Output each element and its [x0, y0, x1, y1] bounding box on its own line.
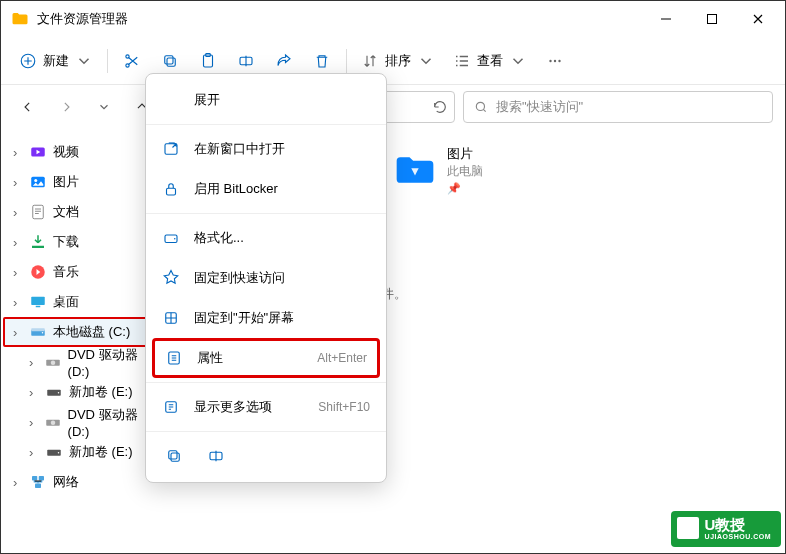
svg-rect-16: [33, 205, 44, 219]
chevron-down-icon: [97, 100, 111, 114]
chevron-right-icon: ›: [13, 175, 23, 190]
tree-item-label: 图片: [53, 173, 79, 191]
chevron-right-icon: ›: [13, 475, 23, 490]
more-button[interactable]: [537, 44, 573, 78]
svg-rect-22: [31, 328, 45, 331]
menu-bitlocker[interactable]: 启用 BitLocker: [146, 169, 386, 209]
svg-rect-0: [708, 15, 717, 24]
chevron-right-icon: ›: [13, 145, 23, 160]
svg-rect-19: [31, 297, 45, 305]
search-box[interactable]: 搜索"快速访问": [463, 91, 773, 123]
tree-item[interactable]: ›网络: [3, 467, 153, 497]
drive-icon: [162, 229, 180, 247]
drive-icon: [29, 323, 47, 341]
copy-icon: [161, 52, 179, 70]
folder-name: 图片: [447, 145, 483, 163]
menu-pin-start[interactable]: 固定到"开始"屏幕: [146, 298, 386, 338]
chevron-right-icon: ›: [29, 445, 39, 460]
tree-item-label: 下载: [53, 233, 79, 251]
tree-item-label: 新加卷 (E:): [69, 383, 133, 401]
tree-item-label: 新加卷 (E:): [69, 443, 133, 461]
svg-rect-36: [167, 188, 176, 195]
folder-location: 此电脑: [447, 163, 483, 180]
body: ›视频›图片›文档›下载›音乐›桌面›本地磁盘 (C:)›DVD 驱动器 (D:…: [1, 129, 785, 553]
chevron-right-icon: ›: [29, 385, 39, 400]
svg-point-9: [549, 59, 551, 61]
tree-item[interactable]: ›DVD 驱动器 (D:): [3, 407, 153, 437]
back-button[interactable]: [13, 92, 43, 122]
view-button[interactable]: 查看: [445, 44, 535, 78]
tree-item[interactable]: ›图片: [3, 167, 153, 197]
tree-item-label: 视频: [53, 143, 79, 161]
tree-item[interactable]: ›DVD 驱动器 (D:): [3, 347, 153, 377]
sort-icon: [361, 52, 379, 70]
docs-icon: [29, 203, 47, 221]
search-icon: [474, 100, 488, 114]
new-window-icon: [162, 140, 180, 158]
close-button[interactable]: [735, 3, 781, 35]
tree-item[interactable]: ›视频: [3, 137, 153, 167]
tree-item-label: DVD 驱动器 (D:): [68, 406, 149, 439]
svg-rect-43: [169, 451, 177, 459]
chevron-down-icon: [417, 52, 435, 70]
arrow-right-icon: [59, 100, 73, 114]
chevron-right-icon: ›: [29, 355, 38, 370]
menu-rename-button[interactable]: [200, 440, 232, 472]
tree-item-label: 文档: [53, 203, 79, 221]
chevron-right-icon: ›: [13, 265, 23, 280]
tree-item[interactable]: ›新加卷 (E:): [3, 377, 153, 407]
music-icon: [29, 263, 47, 281]
share-icon: [275, 52, 293, 70]
menu-properties[interactable]: 属性 Alt+Enter: [152, 338, 380, 378]
pin-icon: [162, 269, 180, 287]
chevron-right-icon: ›: [13, 325, 23, 340]
menu-open-new-window[interactable]: 在新窗口中打开: [146, 129, 386, 169]
dvd-icon: [44, 413, 62, 431]
more-shortcut: Shift+F10: [318, 400, 370, 414]
toolbar: 新建 排序 查看: [1, 37, 785, 85]
tree-item[interactable]: ›新加卷 (E:): [3, 437, 153, 467]
svg-rect-42: [171, 453, 179, 461]
forward-button[interactable]: [51, 92, 81, 122]
plus-circle-icon: [19, 52, 37, 70]
tree-item-label: DVD 驱动器 (D:): [68, 346, 149, 379]
svg-point-10: [554, 59, 556, 61]
cut-button[interactable]: [114, 44, 150, 78]
maximize-button[interactable]: [689, 3, 735, 35]
tree-item[interactable]: ›桌面: [3, 287, 153, 317]
ellipsis-icon: [546, 52, 564, 70]
pin-start-icon: [162, 309, 180, 327]
new-button[interactable]: 新建: [11, 44, 101, 78]
tree-item-label: 音乐: [53, 263, 79, 281]
pictures-icon: [29, 173, 47, 191]
menu-copy-button[interactable]: [158, 440, 190, 472]
svg-rect-33: [39, 476, 44, 481]
refresh-icon[interactable]: [432, 99, 448, 115]
search-placeholder: 搜索"快速访问": [496, 98, 583, 116]
explorer-window: 文件资源管理器 新建 排序 查看: [0, 0, 786, 554]
svg-point-3: [126, 63, 129, 66]
menu-show-more[interactable]: 显示更多选项 Shift+F10: [146, 387, 386, 427]
menu-pin-quick-access[interactable]: 固定到快速访问: [146, 258, 386, 298]
rename-icon: [207, 447, 225, 465]
svg-rect-34: [35, 484, 41, 489]
dvd-icon: [44, 353, 62, 371]
new-label: 新建: [43, 52, 69, 70]
recent-button[interactable]: [89, 92, 119, 122]
folder-item[interactable]: 图片此电脑📌: [393, 145, 553, 195]
tree-item[interactable]: ›下载: [3, 227, 153, 257]
svg-point-27: [58, 392, 60, 394]
tree-item[interactable]: ›音乐: [3, 257, 153, 287]
tree-item[interactable]: ›文档: [3, 197, 153, 227]
scissors-icon: [123, 52, 141, 70]
svg-point-25: [50, 361, 55, 366]
svg-point-23: [42, 332, 44, 334]
minimize-button[interactable]: [643, 3, 689, 35]
tree-item-label: 网络: [53, 473, 79, 491]
lock-icon: [162, 180, 180, 198]
tree-item[interactable]: ›本地磁盘 (C:): [3, 317, 153, 347]
menu-expand[interactable]: 展开: [146, 80, 386, 120]
desktop-icon: [29, 293, 47, 311]
menu-format[interactable]: 格式化...: [146, 218, 386, 258]
titlebar: 文件资源管理器: [1, 1, 785, 37]
